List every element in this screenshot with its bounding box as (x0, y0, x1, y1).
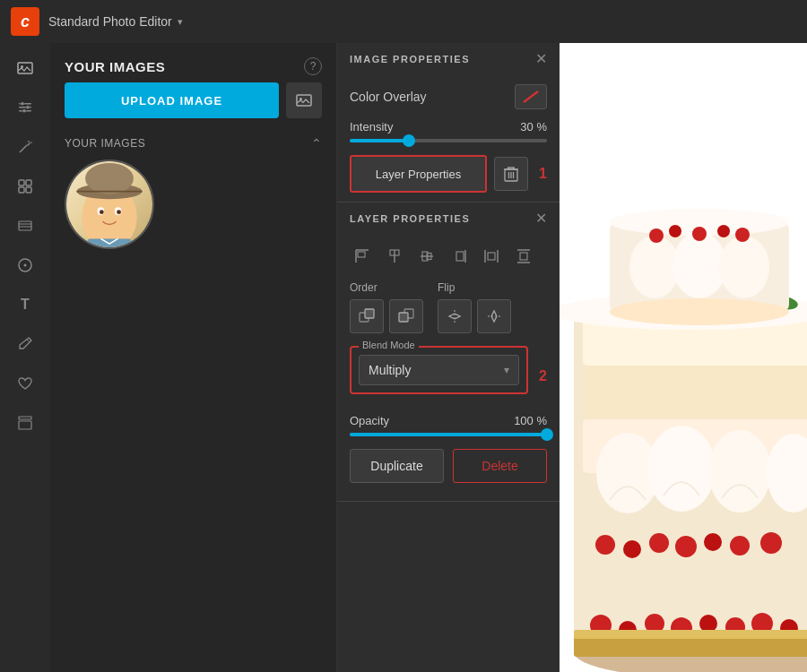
svg-point-1 (21, 65, 23, 68)
order-front-button[interactable] (350, 299, 384, 333)
upload-icon-button[interactable] (286, 82, 322, 118)
opacity-label: Opacity (350, 414, 389, 427)
images-section-header: YOUR IMAGES ⌃ (65, 136, 322, 151)
text-tool-icon[interactable]: T (7, 287, 43, 323)
image-properties-header: IMAGE PROPERTIES ✕ (337, 43, 560, 75)
svg-rect-22 (19, 417, 31, 419)
svg-point-104 (669, 225, 681, 237)
align-center-vert-icon[interactable] (414, 244, 439, 269)
color-overlay-label: Color Overlay (350, 90, 427, 104)
svg-point-99 (610, 298, 789, 325)
opacity-row: Opacity 100 % (350, 414, 547, 436)
alignment-icons-row (350, 244, 547, 269)
svg-point-82 (595, 535, 615, 555)
order-buttons (350, 299, 423, 333)
svg-rect-61 (365, 309, 374, 318)
svg-point-83 (623, 540, 641, 558)
svg-point-102 (719, 236, 769, 298)
image-thumbnail[interactable] (65, 159, 154, 249)
align-top-left-icon[interactable] (350, 244, 375, 269)
blend-mode-section: Blend Mode Multiply ▾ (350, 346, 528, 394)
layer-properties-panel: LAYER PROPERTIES ✕ (337, 202, 560, 502)
svg-point-28 (85, 163, 134, 194)
intensity-slider-thumb[interactable] (403, 134, 415, 147)
flip-vertical-button[interactable] (477, 299, 511, 333)
sidebar-help-button[interactable]: ? (304, 57, 322, 75)
images-section: YOUR IMAGES ⌃ (50, 129, 336, 256)
svg-point-88 (760, 532, 782, 554)
layer-props-row: Layer Properties (350, 155, 547, 193)
delete-button[interactable]: Delete (453, 449, 547, 483)
heart-tool-icon[interactable] (7, 366, 43, 401)
distribute-h-icon[interactable] (479, 244, 504, 269)
svg-rect-23 (19, 421, 31, 429)
title-chevron[interactable]: ▾ (178, 16, 183, 28)
order-group: Order (350, 281, 423, 333)
svg-point-33 (117, 210, 121, 214)
duplicate-button[interactable]: Duplicate (350, 449, 444, 483)
blend-mode-container: Blend Mode Multiply ▾ 2 (350, 346, 547, 407)
upload-row: UPLOAD IMAGE (50, 82, 336, 129)
blend-mode-chevron-icon: ▾ (504, 364, 509, 376)
svg-rect-81 (574, 630, 807, 639)
delete-small-button[interactable] (494, 157, 528, 191)
svg-point-20 (24, 264, 27, 267)
frame-tool-icon[interactable] (7, 247, 43, 283)
align-top-center-icon[interactable] (382, 244, 407, 269)
opacity-slider-track[interactable] (350, 433, 547, 436)
sidebar: YOUR IMAGES ? UPLOAD IMAGE YOUR IMAGES ⌃ (50, 43, 337, 672)
svg-rect-12 (19, 180, 24, 185)
align-right-icon[interactable] (447, 244, 472, 269)
flip-group: Flip (438, 281, 511, 333)
svg-point-90 (647, 426, 716, 512)
grid-tool-icon[interactable] (7, 168, 43, 204)
layers-tool-icon[interactable] (7, 208, 43, 244)
wand-tool-icon[interactable] (7, 129, 43, 165)
svg-point-91 (708, 430, 771, 513)
flip-horizontal-button[interactable] (438, 299, 472, 333)
brush-tool-icon[interactable] (7, 326, 43, 362)
layer-properties-close[interactable]: ✕ (535, 211, 547, 226)
svg-line-35 (524, 91, 538, 102)
layer-properties-header: LAYER PROPERTIES ✕ (337, 202, 560, 235)
svg-point-85 (675, 536, 697, 557)
order-back-button[interactable] (389, 299, 423, 333)
layout-tool-icon[interactable] (7, 405, 43, 441)
svg-rect-0 (18, 63, 32, 73)
blend-mode-select[interactable]: Multiply ▾ (359, 355, 519, 385)
layer-properties-body: Order (337, 235, 560, 501)
svg-rect-24 (297, 95, 311, 106)
svg-rect-34 (88, 238, 131, 247)
image-properties-body: Color Overlay Intensity 30 % (337, 75, 560, 202)
image-properties-close[interactable]: ✕ (535, 52, 547, 66)
svg-rect-63 (399, 313, 408, 322)
layer-properties-button[interactable]: Layer Properties (351, 157, 485, 191)
color-overlay-swatch[interactable] (515, 84, 547, 109)
distribute-v-icon[interactable] (511, 244, 536, 269)
svg-rect-70 (583, 366, 807, 419)
svg-point-100 (629, 236, 680, 298)
intensity-row: Intensity 30 % (350, 120, 547, 142)
intensity-slider-fill (350, 139, 409, 142)
order-flip-row: Order (350, 281, 547, 333)
svg-point-107 (735, 228, 750, 242)
svg-point-86 (704, 533, 722, 551)
app-title[interactable]: Standard Photo Editor ▾ (48, 14, 183, 29)
opacity-slider-fill (350, 433, 547, 436)
opacity-slider-thumb[interactable] (541, 428, 553, 441)
svg-line-8 (20, 145, 27, 152)
sliders-tool-icon[interactable] (7, 90, 43, 125)
svg-rect-15 (26, 187, 31, 193)
svg-rect-56 (488, 253, 495, 260)
intensity-value: 30 % (520, 120, 547, 134)
upload-image-button[interactable]: UPLOAD IMAGE (65, 82, 279, 118)
svg-point-84 (649, 533, 669, 553)
app-logo[interactable]: c (11, 7, 39, 36)
topbar: c Standard Photo Editor ▾ (0, 0, 807, 43)
images-tool-icon[interactable] (7, 50, 43, 86)
svg-point-105 (692, 227, 707, 241)
intensity-slider-track[interactable] (350, 139, 547, 142)
icon-bar: T (0, 43, 50, 672)
canvas-area[interactable] (560, 43, 807, 672)
images-section-chevron[interactable]: ⌃ (311, 136, 322, 151)
